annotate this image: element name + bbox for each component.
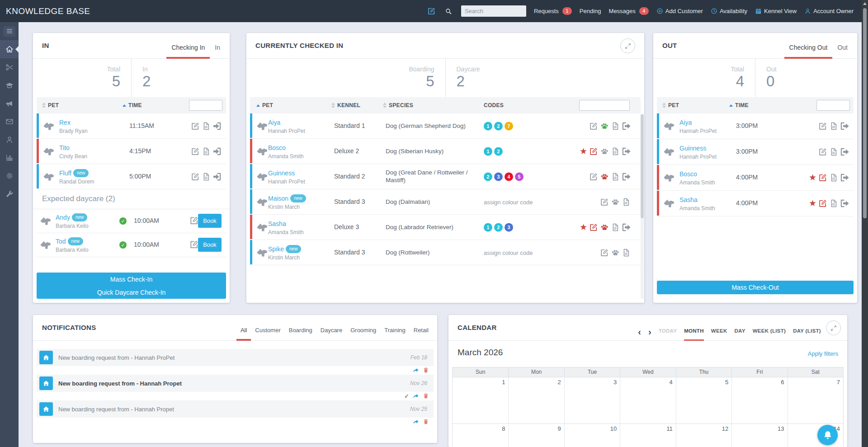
daycare-paw-icon[interactable] bbox=[599, 146, 609, 156]
calendar-next-icon[interactable]: › bbox=[648, 327, 651, 341]
booking-details-icon[interactable] bbox=[610, 172, 620, 181]
booking-details-icon[interactable] bbox=[829, 173, 838, 182]
forward-icon[interactable] bbox=[413, 419, 419, 425]
out-filter-input[interactable] bbox=[816, 100, 850, 111]
assign-colour-code-link[interactable]: assign colour code bbox=[484, 249, 533, 256]
calendar-view-week[interactable]: WEEK bbox=[711, 328, 727, 341]
in-col-pet[interactable]: PET bbox=[42, 97, 59, 113]
notifications-bell-button[interactable] bbox=[817, 425, 838, 445]
pet-name-link[interactable]: Guinness bbox=[679, 145, 706, 152]
check-out-icon[interactable] bbox=[621, 121, 631, 131]
mark-read-check-icon[interactable]: ✓ bbox=[404, 393, 409, 399]
notification-main[interactable]: New boarding request from - Hannah Prope… bbox=[37, 375, 434, 392]
check-out-icon[interactable] bbox=[840, 147, 849, 156]
booking-details-icon[interactable] bbox=[829, 147, 838, 156]
checked-in-col-species[interactable]: SPECIES bbox=[383, 97, 413, 113]
edit-booking-icon[interactable] bbox=[589, 121, 598, 131]
nav-item-pending[interactable]: Pending bbox=[580, 8, 601, 14]
pet-name-link[interactable]: Bosco bbox=[679, 170, 697, 178]
booking-details-icon[interactable] bbox=[621, 248, 631, 257]
out-tab-out[interactable]: Out bbox=[832, 44, 853, 59]
calendar-view-day-list[interactable]: DAY (LIST) bbox=[793, 328, 821, 341]
notif-tab-training[interactable]: Training bbox=[380, 327, 409, 341]
calendar-view-today[interactable]: TODAY bbox=[659, 328, 677, 341]
booking-details-icon[interactable] bbox=[829, 121, 838, 131]
sidebar-item-megaphone[interactable] bbox=[0, 94, 19, 113]
pet-name-link[interactable]: Spike bbox=[268, 245, 284, 253]
search-icon[interactable] bbox=[444, 6, 453, 16]
forward-icon[interactable] bbox=[413, 367, 419, 373]
notif-tab-all[interactable]: All bbox=[236, 327, 251, 341]
pet-name-link[interactable]: Fluff bbox=[59, 169, 71, 177]
nav-item-messages[interactable]: Messages4 bbox=[609, 7, 649, 15]
calendar-day-cell[interactable]: 2 bbox=[508, 377, 564, 423]
checked-in-filter-input[interactable] bbox=[579, 100, 630, 111]
calendar-day-cell[interactable]: 6 bbox=[731, 377, 787, 423]
forward-icon[interactable] bbox=[413, 393, 419, 399]
notification-main[interactable]: New boarding request from - Hannah ProPe… bbox=[37, 349, 434, 366]
checked-in-col-kennel[interactable]: KENNEL bbox=[331, 97, 360, 113]
booking-details-icon[interactable] bbox=[621, 197, 631, 207]
daycare-paw-icon[interactable] bbox=[599, 121, 609, 131]
assign-colour-code-link[interactable]: assign colour code bbox=[484, 198, 533, 205]
pet-name-link[interactable]: Tito bbox=[59, 144, 70, 151]
calendar-view-day[interactable]: DAY bbox=[735, 328, 745, 341]
edit-booking-icon[interactable] bbox=[818, 198, 827, 208]
edit-booking-icon[interactable] bbox=[589, 222, 598, 232]
out-col-time[interactable]: TIME bbox=[729, 97, 749, 113]
edit-booking-icon[interactable] bbox=[599, 197, 609, 207]
booking-details-icon[interactable] bbox=[201, 172, 211, 181]
notif-tab-customer[interactable]: Customer bbox=[251, 327, 284, 341]
panel-scrollbar-thumb[interactable] bbox=[641, 114, 644, 218]
check-in-icon[interactable] bbox=[212, 146, 222, 156]
scrollbar-up-arrow[interactable] bbox=[863, 2, 867, 5]
mass-check-out-button[interactable]: Mass Check-Out bbox=[657, 281, 854, 294]
in-tab-checking-in[interactable]: Checking In bbox=[166, 44, 210, 59]
delete-trash-icon[interactable] bbox=[423, 367, 429, 373]
edit-booking-icon[interactable] bbox=[818, 173, 827, 182]
book-button[interactable]: Book bbox=[198, 214, 222, 228]
edit-booking-icon[interactable] bbox=[818, 147, 827, 156]
nav-item-account-owner[interactable]: Account Owner bbox=[804, 8, 854, 14]
notification-main[interactable]: New boarding request from - Hannah Prope… bbox=[37, 400, 434, 418]
calendar-day-cell[interactable]: 12 bbox=[676, 424, 731, 447]
search-input[interactable] bbox=[461, 5, 526, 17]
checked-in-col-codes[interactable]: CODES bbox=[484, 97, 504, 113]
calendar-view-week-list[interactable]: WEEK (LIST) bbox=[753, 328, 786, 341]
check-out-icon[interactable] bbox=[840, 173, 849, 182]
booking-details-icon[interactable] bbox=[829, 198, 838, 208]
check-out-icon[interactable] bbox=[840, 121, 849, 131]
pet-name-link[interactable]: Sasha bbox=[268, 220, 286, 227]
booking-details-icon[interactable] bbox=[610, 121, 620, 131]
in-tab-in[interactable]: In bbox=[210, 44, 225, 59]
booking-details-icon[interactable] bbox=[610, 222, 620, 232]
calendar-day-cell[interactable]: 5 bbox=[676, 377, 731, 423]
sidebar-item-person[interactable] bbox=[0, 131, 19, 149]
notif-tab-boarding[interactable]: Boarding bbox=[285, 327, 316, 341]
sidebar-item-bar-chart[interactable] bbox=[0, 149, 19, 167]
edit-booking-icon[interactable] bbox=[190, 121, 200, 131]
delete-trash-icon[interactable] bbox=[423, 393, 429, 399]
edit-booking-icon[interactable] bbox=[818, 121, 827, 131]
check-out-icon[interactable] bbox=[621, 222, 631, 232]
flag-star-icon[interactable]: ★ bbox=[809, 173, 816, 182]
compose-icon[interactable] bbox=[427, 6, 436, 16]
mass-check-in-button[interactable]: Mass Check-In bbox=[37, 273, 226, 286]
check-in-icon[interactable] bbox=[212, 121, 222, 131]
flag-star-icon[interactable]: ★ bbox=[580, 147, 587, 155]
nav-item-kennel-view[interactable]: Kennel View bbox=[755, 8, 797, 14]
sidebar-item-gear[interactable] bbox=[0, 167, 19, 185]
expand-icon[interactable] bbox=[826, 320, 841, 335]
calendar-day-cell[interactable]: 9 bbox=[508, 424, 564, 447]
nav-item-add-customer[interactable]: Add Customer bbox=[656, 8, 703, 14]
sidebar-item-scissors[interactable] bbox=[0, 58, 19, 76]
pet-name-link[interactable]: Andy bbox=[56, 214, 70, 221]
pet-name-link[interactable]: Tod bbox=[56, 238, 66, 245]
calendar-day-cell[interactable]: 7 bbox=[788, 377, 843, 423]
daycare-paw-icon[interactable] bbox=[610, 248, 620, 257]
calendar-day-cell[interactable]: 13 bbox=[731, 424, 787, 447]
in-col-time[interactable]: TIME bbox=[123, 97, 142, 113]
edit-booking-icon[interactable] bbox=[190, 172, 200, 181]
notif-tab-daycare[interactable]: Daycare bbox=[316, 327, 346, 341]
calendar-day-cell[interactable]: 4 bbox=[620, 377, 675, 423]
